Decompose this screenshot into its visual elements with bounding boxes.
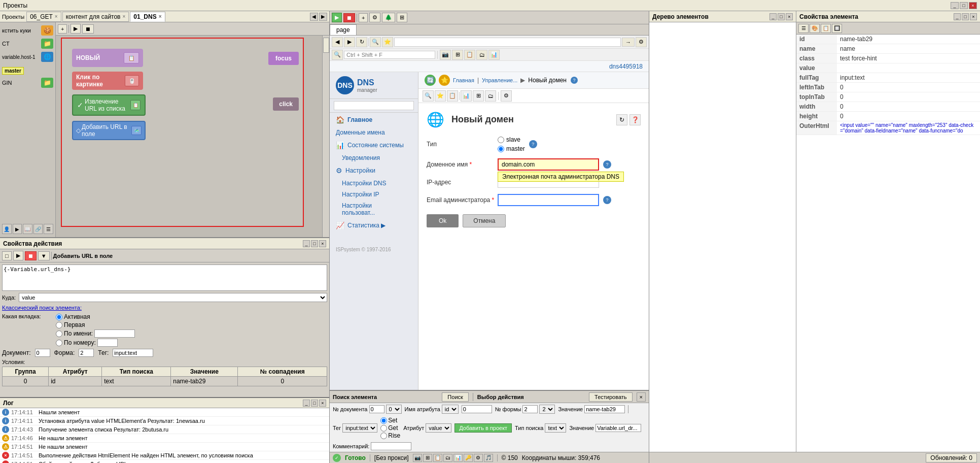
attr-value-input[interactable] — [462, 405, 492, 413]
props-play-btn[interactable]: ▶ — [13, 251, 23, 260]
dns-icon-btn-5[interactable]: 🗂 — [485, 90, 496, 102]
bottom-doc-no-input[interactable] — [369, 405, 384, 413]
add-project-btn[interactable]: Добавить в проект — [454, 423, 512, 433]
bottom-doc-no-select[interactable]: 0 — [386, 405, 402, 414]
tabs-scroll-left[interactable]: ◀ — [310, 13, 318, 21]
dns-nav-home[interactable]: 🏠 Главное — [330, 113, 418, 127]
breadcrumb-help-icon[interactable]: ? — [571, 77, 578, 84]
dns-domain-input[interactable] — [498, 158, 599, 171]
close-tab-0[interactable]: × — [55, 14, 58, 19]
action-block-add-url[interactable]: ◇ Добавить URL в поле 🗺️ — [72, 121, 146, 140]
elem-close[interactable]: × — [970, 13, 977, 20]
type-slave-radio[interactable] — [498, 137, 504, 143]
dns-icon-btn-4[interactable]: ⊞ — [473, 90, 484, 102]
log-close[interactable]: × — [319, 400, 326, 407]
nav-back-btn[interactable]: ◀ — [332, 37, 343, 47]
canvas-run-btn[interactable]: ▶ — [71, 24, 81, 34]
status-icon-7[interactable]: ⚙ — [474, 454, 483, 462]
attr-search-value-input[interactable] — [584, 405, 625, 413]
type-slave-label[interactable]: slave — [498, 136, 525, 143]
tool-search-btn[interactable]: 🔍 — [332, 50, 343, 60]
nav-star-btn[interactable]: ⭐ — [382, 37, 393, 47]
dns-nav-ip-settings[interactable]: Настройки IP — [330, 189, 418, 200]
domain-help-icon[interactable]: ? — [603, 160, 611, 169]
props-down-btn[interactable]: ▼ — [38, 251, 50, 260]
dns-nav-settings[interactable]: ⚙ Настройки — [330, 163, 418, 178]
dns-cancel-btn[interactable]: Отмена — [463, 214, 506, 227]
minimize-btn[interactable]: _ — [951, 2, 959, 9]
value-input[interactable] — [596, 424, 641, 432]
ep-icon-1[interactable]: 🎨 — [810, 24, 820, 33]
dest-select[interactable]: value — [19, 293, 327, 302]
stop-btn[interactable]: ⏹ — [343, 13, 355, 22]
dns-user[interactable]: dns4495918 — [609, 63, 643, 70]
log-maximize[interactable]: □ — [311, 400, 318, 407]
sidebar-list-icon[interactable]: ☰ — [44, 224, 53, 234]
sidebar-play-icon[interactable]: ▶ — [13, 224, 22, 234]
settings-btn[interactable]: ⚙ — [369, 13, 380, 22]
tree-maximize[interactable]: □ — [778, 13, 785, 20]
code-textarea[interactable]: {-Variable.url_dns-} — [2, 264, 327, 291]
dns-icon-btn-1[interactable]: ⭐ — [435, 90, 446, 102]
tool-icon-4[interactable]: 🗂 — [476, 50, 487, 60]
props-stop-btn[interactable]: ⏹ — [25, 251, 37, 260]
tree-btn[interactable]: 🌲 — [382, 13, 395, 22]
tag-input[interactable] — [113, 349, 153, 357]
project-tab-0[interactable]: 06_GET × — [26, 12, 61, 22]
go-btn[interactable]: → — [622, 38, 635, 47]
sidebar-item-ct[interactable]: CT 📁 — [1, 38, 54, 50]
elem-maximize[interactable]: □ — [962, 13, 969, 20]
tree-close[interactable]: × — [786, 13, 793, 20]
get-option[interactable]: Get — [380, 424, 400, 432]
url-input[interactable] — [397, 39, 618, 45]
breadcrumb-home-link[interactable]: Главная — [453, 77, 474, 83]
run-btn[interactable]: ▶ — [332, 13, 342, 22]
props-close[interactable]: × — [319, 240, 326, 247]
ep-icon-2[interactable]: 📋 — [821, 24, 831, 33]
type-help-icon[interactable]: ? — [529, 140, 537, 148]
tab-active-option[interactable]: Активная — [56, 313, 135, 320]
test-btn[interactable]: Тестировать — [589, 392, 633, 402]
sidebar-item-gin[interactable]: GIN 📁 — [1, 77, 54, 89]
props-maximize[interactable]: □ — [311, 240, 318, 247]
search-field[interactable] — [344, 51, 435, 59]
canvas-stop-btn[interactable]: ⏹ — [82, 24, 94, 34]
dns-nav-notifications[interactable]: Уведомления — [330, 152, 418, 163]
search-type-select[interactable]: text — [545, 423, 566, 433]
sidebar-item-variable[interactable]: variable.host-1 🌐 — [1, 51, 54, 63]
tab-first-option[interactable]: Первая — [56, 321, 135, 328]
tool-icon-5[interactable]: 📊 — [488, 50, 500, 60]
settings-browser-btn[interactable]: ⚙ — [636, 37, 647, 47]
layout-btn[interactable]: ⊞ — [397, 13, 407, 22]
tool-icon-1[interactable]: 📷 — [440, 50, 451, 60]
click-side-block[interactable]: click — [273, 97, 299, 111]
close-tab-2[interactable]: × — [159, 14, 162, 19]
page-help-btn[interactable]: ❓ — [629, 114, 641, 125]
props-minimize[interactable]: _ — [303, 240, 310, 247]
action-block-extract[interactable]: ✓ Извлечение URL из списка 📋 — [72, 94, 146, 116]
tab-number-option[interactable]: По номеру: — [56, 339, 135, 347]
dns-icon-btn-6[interactable]: ⚙ — [501, 90, 512, 102]
status-icon-1[interactable]: 📷 — [413, 454, 422, 462]
bottom-form-no-input[interactable] — [522, 405, 538, 413]
status-icon-3[interactable]: 📋 — [433, 454, 442, 462]
tab-name-option[interactable]: По имени: — [56, 329, 135, 338]
attr-name-select[interactable]: id — [442, 405, 459, 414]
action-block-new[interactable]: НОВЫЙ 📋 — [72, 49, 143, 67]
rise-option[interactable]: Rise — [380, 432, 400, 439]
nav-reload-btn[interactable]: ↻ — [356, 37, 367, 47]
form-input[interactable] — [79, 349, 94, 357]
action-block-click[interactable]: Клик по картинке 🖱️ — [72, 72, 143, 90]
tag-bottom-select[interactable]: input:text — [342, 423, 377, 433]
dns-ok-btn[interactable]: Ok — [427, 214, 459, 227]
close-bottom-btn[interactable]: × — [637, 392, 646, 402]
type-master-radio[interactable] — [498, 146, 504, 152]
dns-icon-btn-2[interactable]: 📋 — [447, 90, 458, 102]
tab-number-input[interactable] — [97, 339, 118, 347]
breadcrumb-manage-link[interactable]: Управление... — [482, 77, 517, 83]
canvas-new-btn[interactable]: + — [58, 24, 67, 34]
set-option[interactable]: Set — [380, 417, 400, 424]
dns-nav-domains[interactable]: Доменные имена — [330, 127, 418, 138]
comment-input[interactable] — [371, 442, 411, 450]
dns-nav-user-settings[interactable]: Настройки пользоват... — [330, 200, 418, 218]
